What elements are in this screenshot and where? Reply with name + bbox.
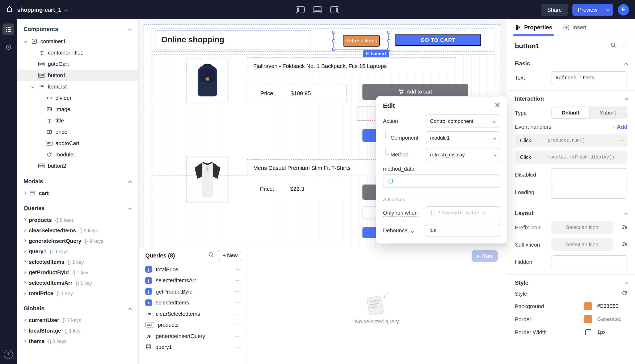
tree-item-button1[interactable]: Btnbutton1 xyxy=(17,70,138,81)
resize-handle[interactable] xyxy=(387,39,390,42)
resize-handle[interactable] xyxy=(332,48,335,51)
tree-item-divider[interactable]: divider xyxy=(17,92,138,104)
product-image-widget[interactable] xyxy=(186,58,229,103)
debounce-input[interactable]: 1s xyxy=(426,224,500,237)
prefix-icon-select-button[interactable]: Select an icon xyxy=(551,221,613,234)
type-option-default[interactable]: Default xyxy=(552,107,589,118)
reset-style-icon[interactable] xyxy=(621,290,627,297)
toggle-right-panel-icon[interactable] xyxy=(330,6,339,13)
avatar[interactable]: F xyxy=(618,4,629,15)
color-swatch[interactable] xyxy=(584,302,592,310)
resize-handle[interactable] xyxy=(387,30,390,34)
search-icon[interactable] xyxy=(208,252,214,259)
components-section-header[interactable]: Components xyxy=(17,19,138,36)
selected-widget-tag[interactable]: ⠿ button1 xyxy=(363,50,389,57)
collapse-icon[interactable] xyxy=(128,308,132,311)
type-option-submit[interactable]: Submit xyxy=(589,107,626,118)
query-item-generateInsertQuery[interactable]: JsgenerateInsertQuery⋯ xyxy=(139,330,247,342)
components-panel-icon[interactable] xyxy=(3,24,14,35)
tree-item-title[interactable]: title xyxy=(17,115,138,126)
more-menu-icon[interactable]: ⋯ xyxy=(236,311,242,317)
sidebar-query-selectedItems[interactable]: selectedItems{} 1 key xyxy=(17,257,138,267)
sidebar-global-theme[interactable]: theme{} 3 keys xyxy=(17,336,138,346)
more-menu-icon[interactable]: ⋯ xyxy=(618,137,624,144)
sidebar-query-query1[interactable]: query1{} 9 keys xyxy=(17,246,138,257)
resize-handle[interactable] xyxy=(332,39,335,42)
modal-item-cart[interactable]: cart xyxy=(17,188,138,198)
more-menu-icon[interactable]: ⋯ xyxy=(618,154,624,160)
more-menu-icon[interactable]: ⋯ xyxy=(236,266,242,272)
query-item-getProductById[interactable]: fgetProductById⋯ xyxy=(139,286,247,297)
tree-item-itemList[interactable]: itemList xyxy=(17,81,138,92)
toggle-left-panel-icon[interactable] xyxy=(296,6,305,13)
more-menu-icon[interactable]: ⋯ xyxy=(236,344,242,350)
query-item-query1[interactable]: query1⋯ xyxy=(139,342,247,353)
globals-section-header[interactable]: Globals xyxy=(17,298,138,315)
loading-input[interactable] xyxy=(551,186,627,199)
tree-item-gotoCart[interactable]: BtngotoCart xyxy=(17,58,138,70)
method-select[interactable]: refresh_display xyxy=(426,148,500,161)
method-data-input[interactable]: {} xyxy=(383,174,500,188)
basic-section-header[interactable]: Basic xyxy=(515,60,627,67)
tree-item-image[interactable]: image xyxy=(17,104,138,115)
query-item-selectedItems[interactable]: xselectedItems⋯ xyxy=(139,297,247,308)
tree-item-module1[interactable]: module1 xyxy=(17,149,138,160)
event-handler-row[interactable]: Clickmodule1.refresh_display()⋯ xyxy=(515,150,627,164)
interaction-section-header[interactable]: Interaction xyxy=(515,96,627,102)
action-select[interactable]: Control component xyxy=(426,114,500,128)
preview-dropdown-button[interactable] xyxy=(603,4,613,16)
go-to-cart-button[interactable]: GO TO CART xyxy=(395,34,481,46)
more-menu-icon[interactable]: ⋯ xyxy=(236,278,242,284)
collapse-icon[interactable] xyxy=(624,212,628,216)
collapse-icon[interactable] xyxy=(624,98,628,102)
sidebar-query-totalPrice[interactable]: totalPrice{} 1 key xyxy=(17,288,138,298)
product-image-widget[interactable] xyxy=(186,156,229,203)
product-title-widget[interactable]: Fjallraven - Foldsack No. 1 Backpack, Fi… xyxy=(247,58,456,74)
collapse-icon[interactable] xyxy=(128,28,132,32)
only-run-when-input[interactable]: {{ !!example.value }} xyxy=(426,206,500,219)
queries-section-header[interactable]: Queries xyxy=(17,198,138,215)
hidden-input[interactable] xyxy=(551,256,627,268)
disabled-input[interactable] xyxy=(551,168,627,181)
style-row-border[interactable]: BorderGenerated xyxy=(515,315,627,323)
style-row-background[interactable]: Background#E68E50 xyxy=(515,302,627,310)
tree-item-containerTitle1[interactable]: containerTitle1 xyxy=(17,47,138,58)
collapse-icon[interactable] xyxy=(128,180,132,184)
modals-section-header[interactable]: Modals xyxy=(17,172,138,188)
close-icon[interactable] xyxy=(495,102,500,109)
query-item-selectedItemsArr[interactable]: fselectedItemsArr⋯ xyxy=(139,275,247,286)
tree-item-addtoCart[interactable]: BtnaddtoCart xyxy=(17,138,138,149)
tree-item-price[interactable]: price xyxy=(17,126,138,138)
query-item-totalPrice[interactable]: ftotalPrice⋯ xyxy=(139,264,247,275)
tree-item-button2[interactable]: Btnbutton2 xyxy=(17,160,138,172)
sidebar-global-currentUser[interactable]: currentUser{} 7 keys xyxy=(17,315,138,326)
style-section-header[interactable]: Style xyxy=(515,280,627,286)
home-icon[interactable] xyxy=(6,5,14,14)
app-name-chevron-icon[interactable] xyxy=(65,8,68,12)
event-handler-row[interactable]: Clickproducts.run()⋯ xyxy=(515,134,627,147)
more-menu-icon[interactable]: ⋯ xyxy=(236,300,242,306)
add-event-handler-button[interactable]: + Add xyxy=(612,124,627,130)
help-icon[interactable]: ? xyxy=(4,350,13,359)
sidebar-query-getProductById[interactable]: getProductById{} 1 key xyxy=(17,267,138,278)
sidebar-global-localStorage[interactable]: localStorage{} 1 key xyxy=(17,326,138,336)
widget-selection-box[interactable]: ⠿ button1 xyxy=(333,32,389,50)
new-query-button[interactable]: + New xyxy=(218,250,242,261)
run-query-button[interactable]: Run xyxy=(471,250,498,262)
suffix-icon-select-button[interactable]: Select an icon xyxy=(551,238,613,251)
settings-icon[interactable] xyxy=(3,41,14,53)
query-item-clearSelectedtems[interactable]: JsclearSelectedtems⋯ xyxy=(139,308,247,319)
tab-insert[interactable]: Insert xyxy=(563,19,587,36)
text-input[interactable]: Refresh items xyxy=(551,71,627,84)
js-toggle[interactable]: Js xyxy=(619,242,627,248)
query-item-products[interactable]: GETproducts⋯ xyxy=(139,319,247,330)
app-name[interactable]: shopping-cart_1 xyxy=(17,6,61,13)
more-menu-icon[interactable]: ⋯ xyxy=(236,333,242,339)
style-row-border-width[interactable]: Border Width1px xyxy=(515,328,627,336)
search-icon[interactable] xyxy=(610,42,616,50)
chevron-down-icon[interactable] xyxy=(410,230,414,233)
js-toggle[interactable]: Js xyxy=(619,224,627,230)
more-menu-icon[interactable]: ⋯ xyxy=(236,288,242,295)
sidebar-query-products[interactable]: products{} 9 keys xyxy=(17,215,138,225)
tree-item-container1[interactable]: container1 xyxy=(17,36,138,47)
